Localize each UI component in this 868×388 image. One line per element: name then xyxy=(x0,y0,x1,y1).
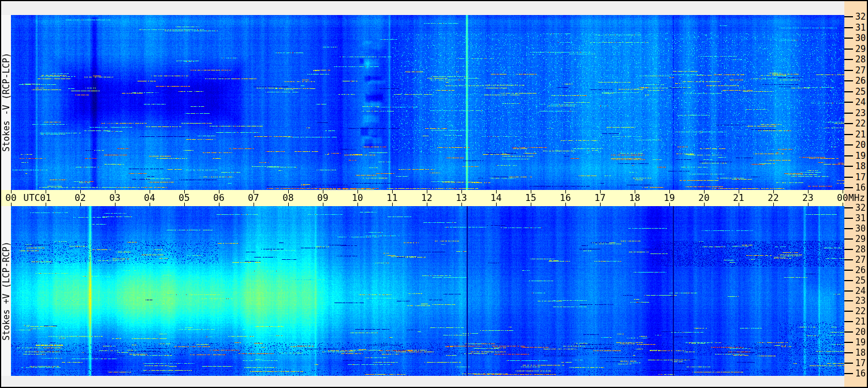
time-tick-label: 19 xyxy=(662,190,677,206)
time-tick-label: 12 xyxy=(419,190,434,206)
frequency-tick xyxy=(844,352,853,353)
time-axis: 0001020304050607080910111213141516171819… xyxy=(1,190,844,206)
time-tick-label: 20 xyxy=(696,190,711,206)
time-tick-label: 13 xyxy=(454,190,469,206)
frequency-tick-label: 20 xyxy=(855,141,866,150)
frequency-tick xyxy=(844,155,853,156)
panel-label-stokes-minus-v: Stokes -V (RCP-LCP) xyxy=(1,53,12,152)
frequency-tick xyxy=(844,290,853,292)
frequency-tick xyxy=(844,48,853,50)
time-axis-utc-label: UTC xyxy=(22,190,42,206)
time-tick-label: 03 xyxy=(107,190,122,206)
frequency-tick xyxy=(844,91,853,92)
frequency-tick-label: 18 xyxy=(855,162,866,171)
frequency-tick-label: 23 xyxy=(855,297,866,305)
frequency-tick xyxy=(844,144,853,146)
frequency-tick xyxy=(844,228,853,229)
time-tick-label: 14 xyxy=(489,190,504,206)
frequency-tick xyxy=(844,187,853,188)
time-tick-label: 17 xyxy=(593,190,608,206)
frequency-tick xyxy=(844,177,853,178)
frequency-tick-label: 25 xyxy=(855,87,866,96)
frequency-tick xyxy=(844,238,853,240)
time-tick-label: 23 xyxy=(800,190,815,206)
time-tick-label: 16 xyxy=(558,190,573,206)
time-tick-label: 05 xyxy=(177,190,192,206)
frequency-tick-label: 30 xyxy=(855,34,866,43)
frequency-tick-label: 27 xyxy=(855,66,866,74)
frequency-tick xyxy=(844,300,853,301)
title-bar: AJ4CO Observatory 10 May 2023 - DPS on T… xyxy=(1,1,844,15)
time-tick-label: 02 xyxy=(73,190,88,206)
frequency-tick xyxy=(844,166,853,167)
frequency-tick-label: 27 xyxy=(855,255,866,264)
frequency-tick xyxy=(844,363,853,364)
time-tick-label: 11 xyxy=(385,190,400,206)
frequency-tick xyxy=(844,16,853,17)
spectrogram-canvas-stokes-minus-v xyxy=(11,15,844,190)
time-tick-label: 09 xyxy=(315,190,330,206)
time-tick-label: 22 xyxy=(766,190,781,206)
panel-label-stokes-plus-v: Stokes +V (LCP-RCP) xyxy=(1,241,12,341)
frequency-tick xyxy=(844,134,853,135)
frequency-tick-label: 25 xyxy=(855,276,866,285)
time-tick-label: 15 xyxy=(523,190,538,206)
frequency-tick xyxy=(844,113,853,114)
frequency-tick-label: 17 xyxy=(855,359,866,368)
frequency-tick xyxy=(844,207,853,208)
frequency-tick xyxy=(844,59,853,60)
frequency-tick xyxy=(844,249,853,250)
frequency-tick-label: 31 xyxy=(855,23,866,32)
frequency-tick xyxy=(844,218,853,219)
frequency-tick-label: 26 xyxy=(855,266,866,274)
time-tick-label: 08 xyxy=(281,190,296,206)
frequency-tick xyxy=(844,270,853,271)
frequency-tick xyxy=(844,311,853,312)
frequency-tick-label: 19 xyxy=(855,151,866,160)
frequency-tick-label: 26 xyxy=(855,77,866,85)
frequency-tick-label: 22 xyxy=(855,307,866,316)
frequency-tick-label: 29 xyxy=(855,44,866,53)
frequency-tick-label: 21 xyxy=(855,130,866,139)
time-tick-label: 06 xyxy=(211,190,226,206)
frequency-tick-label: 17 xyxy=(855,173,866,181)
frequency-tick xyxy=(844,280,853,281)
frequency-tick-label: 28 xyxy=(855,245,866,253)
frequency-tick xyxy=(844,331,853,333)
frequency-tick-label: 32 xyxy=(855,13,866,21)
frequency-tick xyxy=(844,321,853,322)
spectrogram-canvas-stokes-plus-v xyxy=(11,206,844,376)
frequency-tick xyxy=(844,373,853,374)
frequency-tick-label: 18 xyxy=(855,349,866,357)
frequency-tick-label: 31 xyxy=(855,214,866,222)
frequency-tick-label: 32 xyxy=(855,204,866,212)
frequency-tick xyxy=(844,80,853,81)
time-tick-label: 21 xyxy=(731,190,746,206)
frequency-tick-label: 30 xyxy=(855,224,866,233)
frequency-tick xyxy=(844,259,853,260)
time-tick-label: 04 xyxy=(142,190,157,206)
dps-spectrogram-window: AJ4CO Observatory 10 May 2023 - DPS on T… xyxy=(0,0,868,388)
time-tick-label: 07 xyxy=(246,190,261,206)
frequency-tick xyxy=(844,70,853,71)
frequency-tick xyxy=(844,342,853,343)
frequency-tick-label: 16 xyxy=(855,184,866,192)
frequency-tick-label: 16 xyxy=(855,370,866,378)
frequency-tick-label: 22 xyxy=(855,120,866,128)
frequency-tick-label: 19 xyxy=(855,338,866,347)
frequency-tick-label: 24 xyxy=(855,98,866,107)
frequency-tick-label: 23 xyxy=(855,109,866,117)
frequency-tick-label: 28 xyxy=(855,55,866,64)
frequency-tick xyxy=(844,123,853,124)
time-tick-label: 10 xyxy=(350,190,365,206)
frequency-tick-label: 24 xyxy=(855,286,866,295)
frequency-tick xyxy=(844,27,853,28)
bottom-margin xyxy=(1,376,844,387)
time-tick-label: 18 xyxy=(627,190,642,206)
frequency-tick xyxy=(844,38,853,39)
frequency-tick-label: 21 xyxy=(855,318,866,326)
frequency-tick-label: 29 xyxy=(855,234,866,243)
time-tick-label: 00 xyxy=(3,190,18,206)
frequency-tick xyxy=(844,102,853,103)
frequency-tick-label: 20 xyxy=(855,328,866,337)
